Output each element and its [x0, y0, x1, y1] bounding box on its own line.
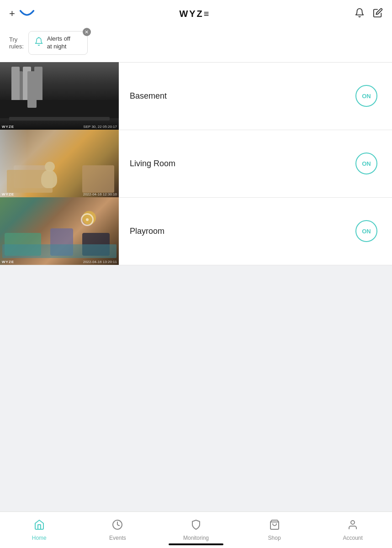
nav-label-events: Events: [109, 535, 126, 541]
camera-image-playroom: WYZE 2022-04-16 13:20:11: [0, 197, 119, 265]
edit-pencil-icon[interactable]: [373, 8, 383, 20]
rules-card-close-button[interactable]: ✕: [83, 28, 91, 36]
rules-bell-icon: [34, 37, 43, 48]
nav-item-home[interactable]: Home: [0, 519, 79, 541]
smile-icon: [19, 7, 35, 20]
bottom-navigation: Home Events Monitoring Shop: [0, 511, 392, 548]
app-header: + WYZ≡: [0, 0, 392, 27]
camera-item-playroom[interactable]: WYZE 2022-04-16 13:20:11 Playroom ON: [0, 198, 392, 265]
add-button[interactable]: +: [9, 9, 15, 19]
camera-image-basement: WYZE SEP 30, 22 05:20:17: [0, 62, 119, 130]
notification-bell-icon[interactable]: [355, 8, 365, 20]
nav-label-home: Home: [32, 535, 47, 541]
nav-item-account[interactable]: Account: [313, 519, 392, 541]
home-icon: [34, 519, 45, 533]
camera-thumbnail-playroom[interactable]: WYZE 2022-04-16 13:20:11: [0, 197, 119, 265]
nav-label-shop: Shop: [268, 535, 281, 541]
home-indicator: [169, 543, 223, 545]
camera-thumbnail-livingroom[interactable]: WYZE 2022-04-16 12:30:10: [0, 130, 119, 197]
camera-info-playroom: Playroom ON: [119, 220, 392, 242]
camera-image-livingroom: WYZE 2022-04-16 12:30:10: [0, 130, 119, 197]
cam-timestamp-playroom: 2022-04-16 13:20:11: [83, 260, 117, 264]
cam-logo-livingroom: WYZE: [2, 192, 14, 196]
shield-icon: [191, 519, 201, 533]
camera-list: WYZE SEP 30, 22 05:20:17 Basement ON: [0, 63, 392, 265]
cam-logo-basement: WYZE: [2, 125, 14, 129]
nav-item-monitoring[interactable]: Monitoring: [157, 519, 235, 541]
rules-card[interactable]: ✕ Alerts off at night: [28, 31, 88, 55]
camera-thumbnail-basement[interactable]: WYZE SEP 30, 22 05:20:17: [0, 62, 119, 130]
camera-name-basement: Basement: [130, 91, 167, 101]
header-left: +: [9, 7, 35, 20]
camera-info-livingroom: Living Room ON: [119, 153, 392, 174]
try-rules-label: Try rules:: [9, 36, 24, 50]
header-right: [355, 8, 383, 20]
nav-label-account: Account: [343, 535, 362, 541]
camera-item-basement[interactable]: WYZE SEP 30, 22 05:20:17 Basement ON: [0, 63, 392, 130]
camera-on-toggle-basement[interactable]: ON: [355, 85, 377, 107]
cam-timestamp-livingroom: 2022-04-16 12:30:10: [83, 192, 117, 196]
cam-logo-playroom: WYZE: [2, 260, 14, 264]
camera-info-basement: Basement ON: [119, 85, 392, 107]
rules-banner: Try rules: ✕ Alerts off at night: [0, 27, 392, 62]
clock-icon: [112, 519, 123, 533]
nav-item-events[interactable]: Events: [79, 519, 157, 541]
person-icon: [347, 519, 358, 533]
camera-name-livingroom: Living Room: [130, 159, 175, 169]
camera-on-toggle-livingroom[interactable]: ON: [355, 153, 377, 174]
camera-item-livingroom[interactable]: WYZE 2022-04-16 12:30:10 Living Room ON: [0, 130, 392, 198]
wyze-logo: WYZ≡: [179, 9, 210, 19]
camera-name-playroom: Playroom: [130, 227, 164, 236]
svg-point-3: [351, 521, 355, 524]
bag-icon: [269, 519, 280, 533]
camera-on-toggle-playroom[interactable]: ON: [355, 220, 377, 242]
cam-timestamp-basement: SEP 30, 22 05:20:17: [83, 125, 117, 129]
nav-label-monitoring: Monitoring: [183, 535, 209, 541]
nav-item-shop[interactable]: Shop: [235, 519, 314, 541]
empty-gray-area: [0, 265, 392, 511]
rules-card-text: Alerts off at night: [47, 35, 70, 51]
